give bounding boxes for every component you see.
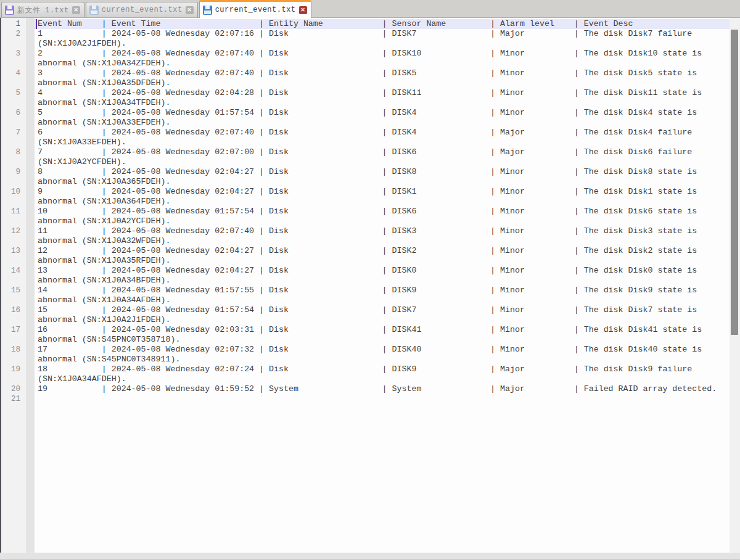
editor-line: 21 xyxy=(1,394,740,404)
bookmark-margin[interactable] xyxy=(26,394,35,404)
line-number[interactable]: 2 xyxy=(1,29,26,39)
line-text[interactable]: 2 | 2024-05-08 Wednesday 02:07:40 | Disk… xyxy=(35,49,730,68)
line-text[interactable]: 12 | 2024-05-08 Wednesday 02:04:27 | Dis… xyxy=(35,246,730,266)
floppy-blue-icon xyxy=(203,6,212,15)
bookmark-margin[interactable] xyxy=(26,305,35,315)
bookmark-margin[interactable] xyxy=(26,325,35,335)
line-text[interactable]: 4 | 2024-05-08 Wednesday 02:04:28 | Disk… xyxy=(35,88,730,108)
floppy-purple-icon xyxy=(5,6,14,15)
editor-line: 13 12 | 2024-05-08 Wednesday 02:04:27 | … xyxy=(1,246,740,266)
vertical-scrollbar[interactable] xyxy=(730,18,740,553)
editor-line: 16 15 | 2024-05-08 Wednesday 01:57:54 | … xyxy=(1,305,740,325)
line-number[interactable]: 5 xyxy=(1,88,26,98)
file-tab[interactable]: current_event.txt ✕ xyxy=(199,0,311,18)
line-text[interactable]: 15 | 2024-05-08 Wednesday 01:57:54 | Dis… xyxy=(35,305,730,325)
bookmark-margin[interactable] xyxy=(26,88,35,98)
line-number[interactable]: 21 xyxy=(1,394,26,404)
bookmark-margin[interactable] xyxy=(26,187,35,197)
close-icon[interactable]: ✕ xyxy=(299,6,307,14)
editor-line: 14 13 | 2024-05-08 Wednesday 02:04:27 | … xyxy=(1,266,740,286)
editor-line: 6 5 | 2024-05-08 Wednesday 01:57:54 | Di… xyxy=(1,108,740,128)
line-number[interactable]: 7 xyxy=(1,128,26,138)
editor-line: 10 9 | 2024-05-08 Wednesday 02:04:27 | D… xyxy=(1,187,740,207)
line-number[interactable]: 4 xyxy=(1,68,26,78)
line-text[interactable]: 8 | 2024-05-08 Wednesday 02:04:27 | Disk… xyxy=(35,167,730,187)
editor-line: 8 7 | 2024-05-08 Wednesday 02:07:00 | Di… xyxy=(1,147,740,167)
text-area[interactable]: 1 Event Num | Event Time | Entity Name |… xyxy=(1,18,740,404)
line-number[interactable]: 6 xyxy=(1,108,26,118)
line-number[interactable]: 3 xyxy=(1,49,26,59)
line-text[interactable]: 5 | 2024-05-08 Wednesday 01:57:54 | Disk… xyxy=(35,108,730,128)
bookmark-margin[interactable] xyxy=(26,49,35,59)
line-text[interactable]: 18 | 2024-05-08 Wednesday 02:07:24 | Dis… xyxy=(35,364,730,384)
line-number[interactable]: 9 xyxy=(1,167,26,177)
bookmark-margin[interactable] xyxy=(26,128,35,138)
line-number[interactable]: 16 xyxy=(1,305,26,315)
tab-bar: 新文件 1.txt ✕ current_event.txt ✕ current_… xyxy=(0,0,740,18)
bookmark-margin[interactable] xyxy=(26,286,35,295)
bookmark-margin[interactable] xyxy=(26,29,35,39)
line-text[interactable] xyxy=(35,394,730,404)
line-text[interactable]: 11 | 2024-05-08 Wednesday 02:07:40 | Dis… xyxy=(35,226,730,246)
file-tab[interactable]: 新文件 1.txt ✕ xyxy=(1,2,84,17)
editor-line: 11 10 | 2024-05-08 Wednesday 01:57:54 | … xyxy=(1,207,740,226)
editor-line: 3 2 | 2024-05-08 Wednesday 02:07:40 | Di… xyxy=(1,49,740,68)
editor-line: 17 16 | 2024-05-08 Wednesday 02:03:31 | … xyxy=(1,325,740,345)
tab-label: current_event.txt xyxy=(102,6,183,14)
bookmark-margin[interactable] xyxy=(26,226,35,236)
bookmark-margin[interactable] xyxy=(26,345,35,355)
bookmark-margin[interactable] xyxy=(26,167,35,177)
line-number[interactable]: 18 xyxy=(1,345,26,355)
bookmark-margin[interactable] xyxy=(26,364,35,374)
line-number[interactable]: 14 xyxy=(1,266,26,276)
editor-line: 15 14 | 2024-05-08 Wednesday 01:57:55 | … xyxy=(1,286,740,305)
line-text[interactable]: 1 | 2024-05-08 Wednesday 02:07:16 | Disk… xyxy=(35,29,730,49)
line-text[interactable]: 13 | 2024-05-08 Wednesday 02:04:27 | Dis… xyxy=(35,266,730,286)
editor-line: 20 19 | 2024-05-08 Wednesday 01:59:52 | … xyxy=(1,384,740,394)
line-number[interactable]: 12 xyxy=(1,226,26,236)
floppy-dimblue-icon xyxy=(89,6,99,15)
line-text[interactable]: Event Num | Event Time | Entity Name | S… xyxy=(35,19,730,29)
tab-label: current_event.txt xyxy=(215,6,296,14)
close-icon[interactable]: ✕ xyxy=(186,6,194,14)
bookmark-margin[interactable] xyxy=(26,19,35,29)
line-text[interactable]: 19 | 2024-05-08 Wednesday 01:59:52 | Sys… xyxy=(35,384,730,394)
horizontal-scrollbar[interactable] xyxy=(0,553,740,560)
bookmark-margin[interactable] xyxy=(26,384,35,394)
line-number[interactable]: 1 xyxy=(1,19,26,29)
line-text[interactable]: 17 | 2024-05-08 Wednesday 02:07:32 | Dis… xyxy=(35,345,730,364)
line-number[interactable]: 15 xyxy=(1,286,26,295)
line-text[interactable]: 3 | 2024-05-08 Wednesday 02:07:40 | Disk… xyxy=(35,68,730,88)
editor-line: 4 3 | 2024-05-08 Wednesday 02:07:40 | Di… xyxy=(1,68,740,88)
scrollbar-thumb[interactable] xyxy=(731,30,738,335)
bookmark-margin[interactable] xyxy=(26,147,35,157)
bookmark-margin[interactable] xyxy=(26,207,35,216)
line-number[interactable]: 17 xyxy=(1,325,26,335)
line-text[interactable]: 16 | 2024-05-08 Wednesday 02:03:31 | Dis… xyxy=(35,325,730,345)
line-text[interactable]: 6 | 2024-05-08 Wednesday 02:07:40 | Disk… xyxy=(35,128,730,147)
editor-line: 1 Event Num | Event Time | Entity Name |… xyxy=(1,19,740,29)
bookmark-margin[interactable] xyxy=(26,246,35,256)
editor-line: 19 18 | 2024-05-08 Wednesday 02:07:24 | … xyxy=(1,364,740,384)
editor-line: 12 11 | 2024-05-08 Wednesday 02:07:40 | … xyxy=(1,226,740,246)
editor-pane[interactable]: 1 Event Num | Event Time | Entity Name |… xyxy=(0,18,740,553)
file-tab[interactable]: current_event.txt ✕ xyxy=(86,2,198,17)
editor-line: 2 1 | 2024-05-08 Wednesday 02:07:16 | Di… xyxy=(1,29,740,49)
close-icon[interactable]: ✕ xyxy=(72,6,80,14)
line-number[interactable]: 10 xyxy=(1,187,26,197)
line-number[interactable]: 13 xyxy=(1,246,26,256)
line-number[interactable]: 8 xyxy=(1,147,26,157)
editor-line: 5 4 | 2024-05-08 Wednesday 02:04:28 | Di… xyxy=(1,88,740,108)
bookmark-margin[interactable] xyxy=(26,68,35,78)
tab-label: 新文件 1.txt xyxy=(17,5,69,15)
bookmark-margin[interactable] xyxy=(26,108,35,118)
bookmark-margin[interactable] xyxy=(26,266,35,276)
line-text[interactable]: 9 | 2024-05-08 Wednesday 02:04:27 | Disk… xyxy=(35,187,730,207)
line-text[interactable]: 7 | 2024-05-08 Wednesday 02:07:00 | Disk… xyxy=(35,147,730,167)
line-text[interactable]: 14 | 2024-05-08 Wednesday 01:57:55 | Dis… xyxy=(35,286,730,305)
line-text[interactable]: 10 | 2024-05-08 Wednesday 01:57:54 | Dis… xyxy=(35,207,730,226)
line-number[interactable]: 20 xyxy=(1,384,26,394)
editor-line: 9 8 | 2024-05-08 Wednesday 02:04:27 | Di… xyxy=(1,167,740,187)
line-number[interactable]: 11 xyxy=(1,207,26,216)
line-number[interactable]: 19 xyxy=(1,364,26,374)
